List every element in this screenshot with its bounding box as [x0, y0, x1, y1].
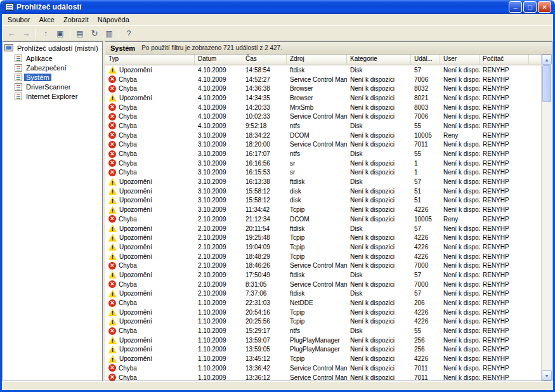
table-row[interactable]: Chyba1.10.200913:36:12Service Control Ma…	[105, 373, 541, 381]
close-button[interactable]: ×	[538, 1, 551, 13]
scrollbar-thumb[interactable]	[542, 65, 551, 102]
cell-zdroj: MrxSmb	[287, 103, 347, 112]
cell-user: Není k dispozici	[440, 75, 480, 84]
warning-icon	[108, 346, 117, 353]
back-button[interactable]: ←	[4, 27, 18, 40]
table-row[interactable]: Upozornění4.10.200914:34:35BrowserNení k…	[105, 93, 541, 103]
menu-zobrazit[interactable]: Zobrazit	[59, 15, 93, 25]
table-row[interactable]: Chyba1.10.200915:29:17ntfsDisk55Není k d…	[105, 326, 541, 336]
column-header-udalost[interactable]: Udál...	[411, 55, 440, 65]
column-header-typ[interactable]: Typ	[105, 55, 195, 65]
cell-cas: 14:20:33	[242, 103, 287, 112]
table-row[interactable]: Chyba1.10.200922:31:03NetDDENení k dispo…	[105, 298, 541, 308]
minimize-button[interactable]: _	[509, 1, 522, 13]
column-header-user[interactable]: User	[440, 55, 480, 65]
table-row[interactable]: Upozornění1.10.200913:45:12TcpipNení k d…	[105, 354, 541, 363]
tree-item-zabezpe-en-[interactable]: Zabezpečení	[15, 63, 102, 72]
tree-item-driverscanner[interactable]: DriverScanner	[15, 82, 102, 91]
table-row[interactable]: Chyba3.10.200918:20:00Service Control Ma…	[105, 140, 541, 150]
table-row[interactable]: Chyba3.10.200916:17:07ntfsDisk55Není k d…	[105, 149, 541, 159]
table-row[interactable]: Upozornění2.10.200917:50:49ftdiskDisk57N…	[105, 270, 541, 280]
cell-filler	[529, 224, 541, 233]
table-row[interactable]: Chyba4.10.200914:36:38BrowserNení k disp…	[105, 84, 541, 93]
cell-kategorie: Není k dispozici	[347, 186, 411, 196]
tree-item-aplikace[interactable]: Aplikace	[15, 53, 102, 63]
table-row[interactable]: Chyba4.10.20099:52:18ntfsDisk55Není k di…	[105, 121, 541, 131]
cell-zdroj: PlugPlayManager	[287, 345, 347, 355]
cell-cas: 14:52:27	[242, 75, 287, 84]
properties-button[interactable]: ▤	[73, 27, 87, 40]
cell-zdroj: Tcpip	[287, 242, 347, 252]
cell-user: Není k dispozici	[440, 121, 480, 131]
up-level-button[interactable]: ↑	[39, 27, 53, 40]
table-row[interactable]: Upozornění1.10.200920:25:56TcpipNení k d…	[105, 317, 541, 327]
table-row[interactable]: Chyba2.10.200921:12:34DCOMNení k dispozi…	[105, 214, 541, 224]
table-row[interactable]: Chyba4.10.200914:20:33MrxSmbNení k dispo…	[105, 103, 541, 112]
table-row[interactable]: Upozornění2.10.20097:37:06ftdiskDisk57Ne…	[105, 289, 541, 299]
table-row[interactable]: Upozornění1.10.200913:59:07PlugPlayManag…	[105, 336, 541, 345]
table-row[interactable]: Chyba3.10.200916:15:53srNení k dispozici…	[105, 168, 541, 178]
export-list-button[interactable]: ▥	[102, 27, 116, 40]
menu-soubor[interactable]: Soubor	[3, 15, 34, 25]
cell-filler	[529, 354, 541, 363]
tree-root[interactable]: Prohlížeč událostí (místní)	[4, 43, 102, 53]
warning-icon	[108, 355, 117, 363]
cell-user: Není k dispozici	[440, 186, 480, 196]
cell-zdroj: Tcpip	[287, 205, 347, 214]
cell-pocitac: RENYHP	[480, 93, 529, 103]
cell-udalost: 7011	[411, 140, 440, 150]
forward-button[interactable]: →	[19, 27, 33, 40]
table-row[interactable]: Upozornění1.10.200920:54:16TcpipNení k d…	[105, 308, 541, 317]
event-log-icon	[15, 74, 22, 81]
scroll-down-icon[interactable]: ▼	[542, 370, 552, 381]
table-row[interactable]: Chyba1.10.200913:36:42Service Control Ma…	[105, 363, 541, 373]
table-row[interactable]: Upozornění1.10.200913:59:05PlugPlayManag…	[105, 345, 541, 355]
help-button[interactable]: ?	[122, 27, 136, 40]
table-row[interactable]: Upozornění3.10.200911:34:42TcpipNení k d…	[105, 205, 541, 214]
toolbar-separator	[119, 29, 119, 39]
vertical-scrollbar[interactable]: ▲ ▼	[541, 55, 552, 381]
column-header-cas[interactable]: Čas	[242, 55, 287, 65]
table-row[interactable]: Upozornění3.10.200916:13:38ftdiskDisk57N…	[105, 177, 541, 186]
table-row[interactable]: Chyba3.10.200918:34:22DCOMNení k dispozi…	[105, 131, 541, 140]
cell-udalost: 4226	[411, 252, 440, 261]
table-row[interactable]: Chyba4.10.200910:02:33Service Control Ma…	[105, 112, 541, 121]
table-row[interactable]: Upozornění2.10.200920:11:54ftdiskDisk57N…	[105, 224, 541, 233]
title-bar[interactable]: Prohlížeč událostí _ □ ×	[2, 0, 553, 14]
cell-kategorie: Není k dispozici	[347, 93, 411, 103]
table-row[interactable]: Upozornění2.10.200919:04:09TcpipNení k d…	[105, 242, 541, 252]
scrollbar-track[interactable]	[542, 65, 552, 370]
table-row[interactable]: Chyba2.10.200918:46:26Service Control Ma…	[105, 261, 541, 270]
column-header-zdroj[interactable]: Zdroj	[287, 55, 347, 65]
cell-filler	[529, 363, 541, 373]
menu-napoveda[interactable]: Nápověda	[93, 15, 134, 25]
column-header-kategorie[interactable]: Kategorie	[347, 55, 411, 65]
table-row[interactable]: Chyba4.10.200914:52:27Service Control Ma…	[105, 75, 541, 84]
scroll-up-icon[interactable]: ▲	[542, 55, 552, 65]
table-row[interactable]: Upozornění2.10.200919:25:48TcpipNení k d…	[105, 233, 541, 242]
show-console-tree-button[interactable]: ▣	[53, 27, 67, 40]
column-header-datum[interactable]: Datum	[195, 55, 242, 65]
cell-datum: 1.10.2009	[195, 317, 242, 327]
table-row[interactable]: Chyba3.10.200916:16:56srNení k dispozici…	[105, 159, 541, 168]
warning-icon	[108, 94, 117, 101]
cell-typ: Upozornění	[105, 308, 195, 317]
table-row[interactable]: Upozornění3.10.200915:58:12diskNení k di…	[105, 186, 541, 196]
cell-user: Není k dispozici	[440, 233, 480, 242]
table-row[interactable]: Upozornění2.10.200918:48:29TcpipNení k d…	[105, 252, 541, 261]
column-header-pocitac[interactable]: Počítač	[480, 55, 529, 65]
refresh-button[interactable]: ↻	[88, 27, 101, 40]
cell-udalost: 57	[411, 224, 440, 233]
cell-filler	[529, 317, 541, 327]
table-row[interactable]: Upozornění3.10.200915:58:12diskNení k di…	[105, 196, 541, 206]
table-row[interactable]: Upozornění4.10.200914:58:54ftdiskDisk57N…	[105, 65, 541, 75]
cell-datum: 2.10.2009	[195, 289, 242, 299]
tree-item-syst-m[interactable]: Systém	[15, 72, 102, 82]
tree-item-internet-explorer[interactable]: Internet Explorer	[15, 91, 102, 101]
cell-zdroj: Tcpip	[287, 317, 347, 327]
menu-akce[interactable]: Akce	[34, 15, 58, 25]
table-row[interactable]: Chyba2.10.20098:31:05Service Control Man…	[105, 280, 541, 289]
cell-kategorie: Není k dispozici	[347, 363, 411, 373]
maximize-button[interactable]: □	[523, 1, 537, 13]
cell-filler	[529, 336, 541, 345]
